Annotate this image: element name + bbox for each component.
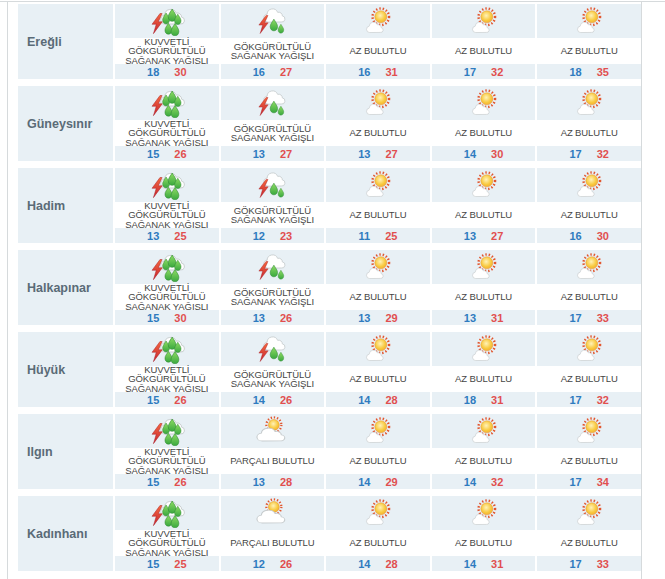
condition-label: PARÇALI BULUTLU	[230, 456, 314, 466]
temperature-band: 14 29	[326, 474, 430, 489]
min-temp: 13	[253, 312, 265, 324]
sun-small-cloud-icon	[359, 170, 397, 200]
sun-small-cloud-icon	[359, 334, 397, 364]
weather-icon-band	[326, 168, 430, 202]
min-temp: 12	[253, 230, 265, 242]
condition-label: PARÇALI BULUTLU	[230, 538, 314, 548]
condition-band: GÖKGÜRÜLTÜLÜ SAĞANAK YAĞIŞLI	[221, 366, 325, 392]
max-temp: 26	[280, 394, 292, 406]
condition-band: AZ BULUTLU	[432, 530, 536, 556]
weather-icon-band	[432, 414, 536, 448]
weather-icon-band	[537, 86, 641, 120]
max-temp: 29	[385, 312, 397, 324]
max-temp: 35	[597, 66, 609, 78]
min-temp: 13	[253, 148, 265, 160]
weather-icon-band	[221, 250, 325, 284]
max-temp: 26	[280, 558, 292, 570]
min-temp: 12	[253, 558, 265, 570]
min-temp: 16	[253, 66, 265, 78]
condition-label: AZ BULUTLU	[349, 374, 406, 384]
weather-icon-band	[432, 496, 536, 530]
temperature-band: 17 32	[537, 146, 641, 161]
weather-icon-band	[221, 496, 325, 530]
weather-icon-band	[221, 86, 325, 120]
min-temp: 14	[464, 476, 476, 488]
temperature-band: 15 26	[115, 392, 219, 407]
min-temp: 17	[569, 476, 581, 488]
temperature-band: 13 25	[115, 228, 219, 243]
thunderstorm-rain-icon	[253, 170, 291, 200]
temperature-band: 18 35	[537, 64, 641, 79]
min-temp: 17	[569, 148, 581, 160]
temperature-band: 11 25	[326, 228, 430, 243]
forecast-cell: GÖKGÜRÜLTÜLÜ SAĞANAK YAĞIŞLI 13 26	[221, 250, 325, 325]
min-temp: 11	[359, 230, 371, 242]
city-name: Kadınhanı	[18, 496, 113, 571]
max-temp: 29	[385, 476, 397, 488]
condition-label: AZ BULUTLU	[455, 128, 512, 138]
sun-small-cloud-icon	[465, 334, 503, 364]
weather-icon-band	[221, 168, 325, 202]
city-name: Halkapınar	[18, 250, 113, 325]
condition-label: KUVVETLİ GÖKGÜRÜLTÜLÜ SAĞANAK YAĞIŞLI	[120, 529, 214, 558]
temperature-band: 13 26	[221, 310, 325, 325]
min-temp: 15	[147, 558, 159, 570]
temperature-band: 12 23	[221, 228, 325, 243]
condition-band: AZ BULUTLU	[432, 202, 536, 228]
condition-label: AZ BULUTLU	[455, 210, 512, 220]
min-temp: 17	[569, 558, 581, 570]
condition-band: PARÇALI BULUTLU	[221, 530, 325, 556]
condition-label: GÖKGÜRÜLTÜLÜ SAĞANAK YAĞIŞLI	[226, 288, 320, 307]
temperature-band: 16 27	[221, 64, 325, 79]
max-temp: 26	[280, 312, 292, 324]
condition-band: KUVVETLİ GÖKGÜRÜLTÜLÜ SAĞANAK YAĞIŞLI	[115, 366, 219, 392]
max-temp: 31	[491, 558, 503, 570]
condition-label: GÖKGÜRÜLTÜLÜ SAĞANAK YAĞIŞLI	[226, 206, 320, 225]
max-temp: 32	[597, 148, 609, 160]
forecast-cell: PARÇALI BULUTLU 12 26	[221, 496, 325, 571]
condition-label: AZ BULUTLU	[561, 292, 618, 302]
weather-icon-band	[115, 168, 219, 202]
condition-band: GÖKGÜRÜLTÜLÜ SAĞANAK YAĞIŞLI	[221, 284, 325, 310]
weather-icon-band	[537, 332, 641, 366]
forecast-cell: AZ BULUTLU 16 30	[537, 168, 641, 243]
heavy-thunderstorm-rain-icon	[148, 498, 186, 528]
max-temp: 28	[385, 394, 397, 406]
forecast-row: Kadınhanı KUVVETLİ GÖKGÜRÜLTÜLÜ SAĞANAK …	[18, 496, 641, 571]
sun-small-cloud-icon	[570, 334, 608, 364]
max-temp: 27	[280, 66, 292, 78]
sun-small-cloud-icon	[359, 416, 397, 446]
max-temp: 25	[174, 558, 186, 570]
temperature-band: 13 27	[432, 228, 536, 243]
max-temp: 26	[174, 394, 186, 406]
max-temp: 32	[597, 394, 609, 406]
forecast-cell: KUVVETLİ GÖKGÜRÜLTÜLÜ SAĞANAK YAĞIŞLI 15…	[115, 414, 219, 489]
min-temp: 14	[358, 394, 370, 406]
thunderstorm-rain-icon	[253, 88, 291, 118]
temperature-band: 15 26	[115, 146, 219, 161]
forecast-cell: AZ BULUTLU 17 33	[537, 250, 641, 325]
sun-small-cloud-icon	[570, 252, 608, 282]
forecast-cell: AZ BULUTLU 18 31	[432, 332, 536, 407]
weather-icon-band	[115, 332, 219, 366]
condition-band: AZ BULUTLU	[326, 120, 430, 146]
forecast-cell: PARÇALI BULUTLU 13 28	[221, 414, 325, 489]
condition-label: AZ BULUTLU	[349, 46, 406, 56]
city-name: Güneysınır	[18, 86, 113, 161]
weather-icon-band	[221, 332, 325, 366]
temperature-band: 17 33	[537, 310, 641, 325]
condition-label: KUVVETLİ GÖKGÜRÜLTÜLÜ SAĞANAK YAĞIŞLI	[120, 37, 214, 66]
forecast-cell: AZ BULUTLU 14 30	[432, 86, 536, 161]
min-temp: 15	[147, 312, 159, 324]
weather-icon-band	[221, 4, 325, 38]
city-name: Hüyük	[18, 332, 113, 407]
temperature-band: 13 31	[432, 310, 536, 325]
condition-label: GÖKGÜRÜLTÜLÜ SAĞANAK YAĞIŞLI	[226, 370, 320, 389]
condition-label: AZ BULUTLU	[455, 538, 512, 548]
condition-band: AZ BULUTLU	[432, 284, 536, 310]
condition-band: AZ BULUTLU	[537, 38, 641, 64]
temperature-band: 15 25	[115, 556, 219, 571]
weather-icon-band	[115, 86, 219, 120]
condition-label: KUVVETLİ GÖKGÜRÜLTÜLÜ SAĞANAK YAĞIŞLI	[120, 201, 214, 230]
sun-small-cloud-icon	[465, 252, 503, 282]
